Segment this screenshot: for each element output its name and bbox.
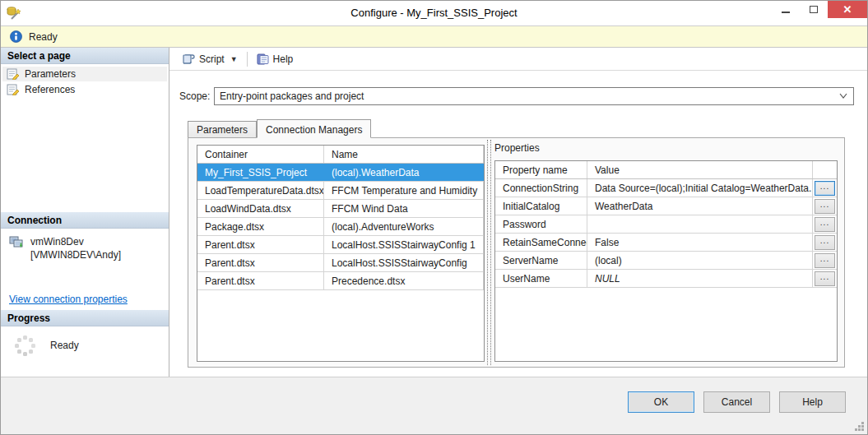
cell-property-value[interactable]: (local) (587, 252, 813, 269)
scope-dropdown-value: Entry-point packages and project (220, 90, 364, 102)
connection-managers-tab-page: Container Name My_First_SSIS_Project(loc… (188, 137, 845, 368)
maximize-button[interactable] (800, 1, 828, 18)
cell-browse: ... (813, 215, 837, 233)
ellipsis-button[interactable]: ... (815, 271, 835, 286)
status-bar: Ready (1, 25, 867, 48)
table-row[interactable]: Parent.dtsxLocalHost.SSISStairwayConfig … (197, 236, 484, 254)
server-icon (9, 236, 24, 249)
cell-container: LoadWindData.dtsx (197, 200, 324, 217)
connection-section: vmWin8Dev [VMWIN8DEV\Andy] View connecti… (1, 229, 169, 310)
cell-container: LoadTemperatureData.dtsx (197, 182, 324, 199)
title-bar: Configure - My_First_SSIS_Project ✕ (1, 1, 867, 25)
table-row[interactable]: My_First_SSIS_Project(local).WeatherData (197, 164, 484, 182)
progress-section: Ready (1, 326, 169, 377)
property-row[interactable]: UserNameNULL... (495, 270, 837, 288)
cell-property-value[interactable]: WeatherData (587, 197, 813, 215)
ellipsis-button[interactable]: ... (815, 253, 835, 268)
footer: OK Cancel Help (1, 377, 867, 434)
select-a-page-header: Select a page (1, 48, 169, 64)
table-row[interactable]: Package.dtsx(local).AdventureWorks (197, 218, 484, 236)
sidebar-item-label: Parameters (25, 68, 76, 80)
ok-button[interactable]: OK (628, 391, 694, 413)
panel-splitter[interactable] (487, 140, 491, 365)
cell-browse: ... (813, 179, 837, 197)
cell-property-value[interactable]: Data Source=(local);Initial Catalog=Weat… (587, 179, 813, 197)
cell-property-value[interactable] (587, 215, 813, 233)
close-button[interactable]: ✕ (828, 1, 867, 18)
cell-name: FFCM Wind Data (324, 200, 484, 217)
ellipsis-button[interactable]: ... (815, 217, 835, 232)
chevron-down-icon: ▼ (230, 55, 238, 63)
cell-property-value[interactable]: False (587, 234, 813, 251)
progress-status: Ready (50, 340, 79, 351)
progress-header: Progress (1, 310, 169, 326)
column-header-value[interactable]: Value (587, 161, 813, 178)
page-list: Parameters References (1, 64, 169, 212)
cell-property-name: ConnectionString (495, 179, 587, 197)
cell-property-name: RetainSameConnec... (495, 234, 587, 251)
minimize-button[interactable] (772, 1, 800, 18)
cancel-button[interactable]: Cancel (703, 391, 770, 413)
table-row[interactable]: Parent.dtsxLocalHost.SSISStairwayConfig (197, 254, 484, 272)
cell-name: FFCM Temperature and Humidity (324, 182, 484, 199)
cell-browse: ... (813, 270, 837, 287)
column-header-property-name[interactable]: Property name (495, 161, 587, 178)
cell-name: Precedence.dtsx (324, 272, 484, 289)
tab-strip: Parameters Connection Managers (188, 119, 867, 137)
maximize-icon (810, 6, 818, 13)
script-button-label: Script (199, 53, 225, 65)
property-row[interactable]: RetainSameConnec...False... (495, 234, 837, 252)
main-panel: Script ▼ Help Scope: (169, 48, 867, 377)
page-icon (7, 68, 20, 80)
toolbar-separator (247, 52, 248, 67)
ellipsis-button[interactable]: ... (815, 181, 835, 196)
column-header-browse (813, 161, 837, 178)
sidebar-item-references[interactable]: References (2, 82, 167, 97)
scope-dropdown[interactable]: Entry-point packages and project (214, 87, 854, 105)
page-icon (7, 84, 20, 95)
managers-table-body: My_First_SSIS_Project(local).WeatherData… (197, 164, 484, 290)
window-title: Configure - My_First_SSIS_Project (1, 7, 867, 19)
tab-parameters[interactable]: Parameters (188, 121, 257, 137)
help-footer-button[interactable]: Help (779, 391, 846, 413)
minimize-icon (782, 12, 790, 13)
table-row[interactable]: LoadWindData.dtsxFFCM Wind Data (197, 200, 484, 218)
script-button[interactable]: Script ▼ (176, 50, 244, 68)
column-header-name[interactable]: Name (324, 146, 484, 163)
ellipsis-button[interactable]: ... (815, 235, 835, 250)
tab-connection-managers[interactable]: Connection Managers (257, 119, 371, 138)
table-row[interactable]: LoadTemperatureData.dtsxFFCM Temperature… (197, 182, 484, 200)
column-header-container[interactable]: Container (197, 146, 324, 163)
property-row[interactable]: ConnectionStringData Source=(local);Init… (495, 179, 837, 197)
script-icon (182, 53, 195, 65)
connection-managers-table: Container Name My_First_SSIS_Project(loc… (197, 145, 485, 362)
cell-name: LocalHost.SSISStairwayConfig (324, 254, 484, 271)
cell-name: (local).WeatherData (324, 164, 484, 181)
cell-property-value[interactable]: NULL (587, 270, 813, 287)
info-icon (10, 30, 22, 43)
resize-grip[interactable] (861, 428, 864, 431)
sidebar: Select a page Parameters (1, 48, 169, 377)
properties-table: Property name Value ConnectionStringData… (494, 160, 838, 362)
toolbar: Script ▼ Help (169, 48, 867, 71)
progress-spinner-icon (12, 333, 37, 358)
properties-table-body: ConnectionStringData Source=(local);Init… (495, 179, 837, 288)
ellipsis-button[interactable]: ... (815, 199, 835, 214)
cell-container: My_First_SSIS_Project (197, 164, 324, 181)
cell-property-name: Password (495, 215, 587, 233)
sidebar-item-parameters[interactable]: Parameters (2, 67, 167, 81)
property-row[interactable]: ServerName(local)... (495, 252, 837, 270)
cell-property-name: InitialCatalog (495, 197, 587, 215)
cell-container: Parent.dtsx (197, 236, 324, 253)
connection-server: vmWin8Dev (30, 235, 121, 248)
cell-name: LocalHost.SSISStairwayConfig 1 (324, 236, 484, 253)
help-button[interactable]: Help (251, 50, 299, 68)
cell-property-name: UserName (495, 270, 587, 287)
table-row[interactable]: Parent.dtsxPrecedence.dtsx (197, 272, 484, 290)
properties-table-header: Property name Value (495, 161, 837, 179)
property-row[interactable]: InitialCatalogWeatherData... (495, 197, 837, 215)
view-connection-properties-link[interactable]: View connection properties (9, 294, 128, 305)
property-row[interactable]: Password... (495, 215, 837, 234)
cell-container: Parent.dtsx (197, 254, 324, 271)
scope-label: Scope: (179, 90, 214, 102)
